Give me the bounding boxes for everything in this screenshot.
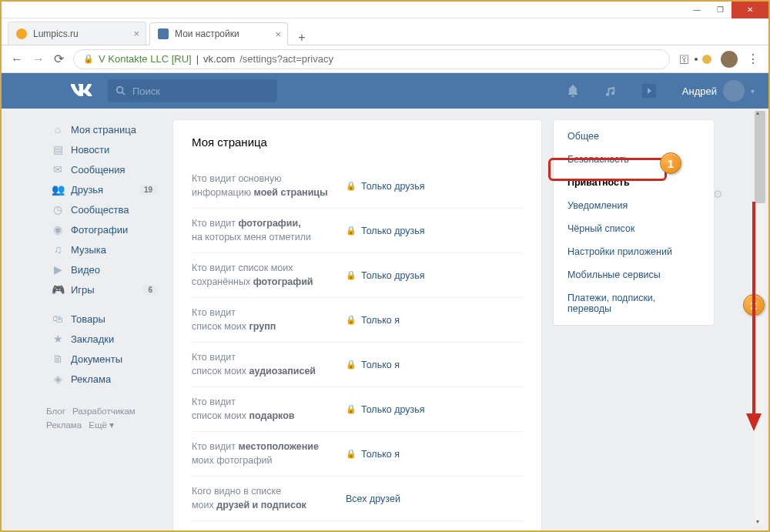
sidebar-item-video[interactable]: ▶Видео: [46, 259, 162, 279]
settings-nav-privacy[interactable]: Приватность: [554, 171, 714, 194]
scrollbar-thumb[interactable]: [755, 111, 765, 203]
market-icon: 🛍: [51, 313, 65, 325]
sidebar-item-communities[interactable]: ◷Сообщества: [46, 199, 162, 219]
scroll-up-icon[interactable]: ▴: [756, 109, 759, 116]
privacy-value-text: Только друзья: [361, 404, 425, 415]
sidebar-item-games[interactable]: 🎮Игры6: [46, 279, 162, 299]
sidebar-footer: Блог Разработчикам Реклама Ещё ▾: [46, 404, 162, 433]
music-icon: ♫: [51, 243, 65, 256]
favicon-icon: [158, 28, 169, 39]
play-icon[interactable]: [642, 84, 656, 98]
browser-tab-inactive[interactable]: Lumpics.ru ×: [8, 22, 146, 45]
lock-icon: 🔒: [346, 360, 357, 370]
settings-nav-mobile[interactable]: Мобильные сервисы: [554, 263, 714, 286]
address-path: /settings?act=privacy: [239, 53, 333, 65]
privacy-value[interactable]: 🔒Только друзья: [346, 181, 425, 192]
search-placeholder: Поиск: [132, 85, 160, 97]
sidebar-item-label: Документы: [71, 353, 122, 365]
forward-button[interactable]: →: [32, 52, 45, 66]
tab-close-icon[interactable]: ×: [133, 28, 139, 39]
browser-tab-active[interactable]: Мои настройки ×: [149, 22, 288, 45]
profile-avatar-icon[interactable]: [721, 51, 738, 68]
sidebar-item-my-page[interactable]: ⌂Моя страница: [46, 119, 162, 139]
user-avatar-icon: [723, 80, 745, 102]
music-player-icon[interactable]: [605, 85, 616, 96]
password-key-icon[interactable]: ⚿: [679, 53, 690, 65]
settings-nav-notifications[interactable]: Уведомления: [554, 194, 714, 217]
privacy-value[interactable]: 🔒Только я: [346, 360, 400, 370]
extension-icon[interactable]: [702, 55, 711, 64]
lock-icon: 🔒: [346, 270, 357, 280]
window-close-button[interactable]: ✕: [732, 2, 768, 18]
sidebar-item-photos[interactable]: ◉Фотографии: [46, 219, 162, 239]
sidebar-item-label: Сообщения: [71, 164, 126, 176]
privacy-label: Кто видитсписок моих групп: [192, 306, 346, 333]
privacy-value[interactable]: 🔒Только я: [346, 315, 400, 326]
privacy-value-text: Только я: [361, 449, 400, 460]
new-tab-button[interactable]: +: [291, 31, 313, 45]
footer-blog-link[interactable]: Блог: [46, 407, 65, 416]
search-input[interactable]: Поиск: [108, 79, 277, 102]
address-host: vk.com: [203, 53, 235, 65]
browser-toolbar: ← → ⟳ 🔒 V Kontakte LLC [RU] | vk.com /se…: [2, 45, 768, 73]
window-maximize-button[interactable]: ❐: [708, 2, 732, 18]
tab-close-icon[interactable]: ×: [275, 28, 281, 40]
sidebar-item-news[interactable]: ▤Новости: [46, 139, 162, 159]
notifications-icon[interactable]: [567, 85, 579, 97]
back-button[interactable]: ←: [11, 52, 23, 66]
sidebar-item-market[interactable]: 🛍Товары: [46, 309, 162, 329]
privacy-value-text: Только друзья: [361, 226, 425, 236]
privacy-value[interactable]: 🔒Только я: [346, 449, 400, 460]
search-icon: [116, 85, 126, 96]
sidebar-item-label: Закладки: [71, 333, 114, 345]
footer-devs-link[interactable]: Разработчикам: [72, 407, 136, 416]
user-menu[interactable]: Андрей ▾: [682, 80, 755, 102]
window-minimize-button[interactable]: —: [685, 2, 708, 18]
settings-nav-apps[interactable]: Настройки приложений: [554, 240, 714, 263]
bookmark-icon[interactable]: [695, 58, 698, 61]
privacy-label: Кто видит список моихсохранённых фотогра…: [192, 262, 346, 289]
settings-nav-blacklist[interactable]: Чёрный список: [554, 217, 714, 240]
sidebar-item-docs[interactable]: 🗎Документы: [46, 349, 162, 369]
badge: 19: [139, 185, 157, 195]
reload-button[interactable]: ⟳: [54, 52, 64, 66]
sidebar-item-label: Сообщества: [71, 204, 129, 216]
settings-nav-payments[interactable]: Платежи, подписки, переводы: [554, 286, 714, 320]
settings-main-panel: Моя страница Кто видит основнуюинформаци…: [172, 119, 542, 532]
privacy-row: Кто видитсписок моих подарков🔒Только дру…: [192, 386, 523, 431]
sidebar-item-bookmarks[interactable]: ★Закладки: [46, 329, 162, 349]
sidebar-item-friends[interactable]: 👥Друзья19: [46, 179, 162, 199]
footer-ads-link[interactable]: Реклама: [46, 420, 82, 430]
privacy-row: Кто видит фотографии,на которых меня отм…: [192, 208, 523, 253]
privacy-value[interactable]: 🔒Только друзья: [346, 270, 425, 281]
privacy-row: Кто видит список моихсохранённых фотогра…: [192, 253, 523, 297]
sidebar-item-music[interactable]: ♫Музыка: [46, 239, 162, 259]
browser-menu-icon[interactable]: ⋮: [747, 52, 759, 66]
message-icon: ✉: [51, 163, 65, 176]
privacy-value-text: Только я: [361, 315, 400, 326]
sidebar-item-label: Фотографии: [71, 224, 128, 236]
footer-more-link[interactable]: Ещё ▾: [89, 420, 114, 430]
settings-nav-general[interactable]: Общее: [554, 125, 714, 148]
privacy-value[interactable]: 🔒Только друзья: [346, 404, 425, 415]
sidebar-item-ads[interactable]: ◈Реклама: [46, 369, 162, 389]
gear-icon[interactable]: ⚙: [713, 188, 723, 200]
sidebar-item-messages[interactable]: ✉Сообщения: [46, 159, 162, 179]
annotation-marker-1: 1: [660, 152, 681, 174]
vk-header: Поиск Андрей ▾: [2, 73, 768, 109]
address-bar[interactable]: 🔒 V Kontakte LLC [RU] | vk.com /settings…: [73, 49, 670, 69]
username: Андрей: [682, 85, 717, 97]
settings-nav-security[interactable]: Безопасность: [554, 148, 714, 171]
sidebar-item-label: Новости: [71, 144, 109, 156]
section-title: Моя страница: [192, 136, 523, 149]
settings-nav-panel: Общее Безопасность Приватность Уведомлен…: [553, 119, 715, 326]
sidebar-item-label: Игры: [71, 284, 95, 296]
privacy-value[interactable]: 🔒Только друзья: [346, 226, 425, 236]
privacy-value[interactable]: Всех друзей: [346, 494, 400, 504]
favicon-icon: [16, 28, 27, 39]
vk-logo-icon[interactable]: [71, 84, 92, 98]
tab-title: Мои настройки: [175, 28, 239, 39]
sidebar-item-label: Музыка: [71, 244, 106, 256]
scroll-down-icon[interactable]: ▾: [756, 518, 759, 525]
sidebar-item-label: Моя страница: [71, 124, 136, 136]
